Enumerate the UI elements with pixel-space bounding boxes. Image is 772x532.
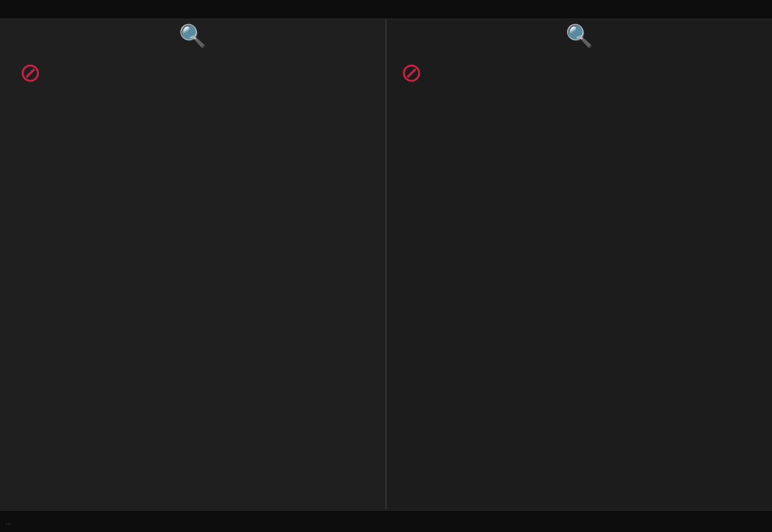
magnify-icon: 🔍 (179, 23, 206, 48)
left-nav: ... (0, 518, 383, 526)
right-panel: 🔍 ⊘ (387, 19, 772, 509)
left-panel-canvas (0, 19, 387, 509)
search-hint-left: 🔍 (179, 23, 206, 49)
search-hint-right: 🔍 (566, 23, 593, 49)
app-container: 🔍 ⊘ 🔍 ⊘ ... (0, 0, 772, 532)
right-panel-canvas (387, 19, 772, 509)
magnify-icon-right: 🔍 (566, 23, 593, 48)
top-toolbar (0, 0, 772, 19)
bottom-bar: ... (0, 510, 772, 532)
no-entry-left: ⊘ (19, 59, 41, 86)
nav-dots-left: ... (6, 518, 12, 526)
left-panel: 🔍 ⊘ (0, 19, 387, 509)
main-content: 🔍 ⊘ 🔍 ⊘ (0, 19, 772, 509)
no-entry-right: ⊘ (401, 59, 423, 86)
